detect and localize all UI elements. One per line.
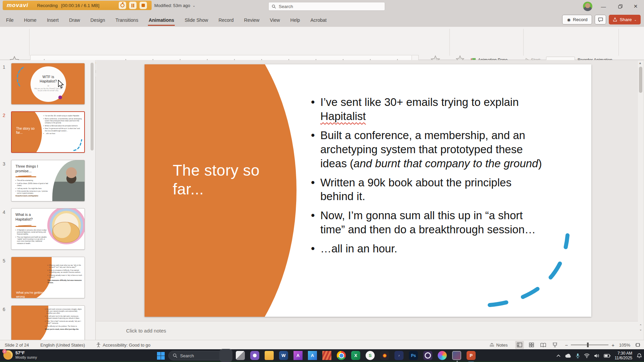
zoom-slider[interactable] (571, 345, 608, 345)
taskbar-app-camera-icon[interactable] (423, 351, 432, 360)
taskbar-app-frames-icon[interactable] (236, 351, 245, 360)
thumbnail-preview[interactable]: What you’re getting wrong•What we really… (11, 257, 85, 298)
taskbar-app-powerpoint-icon[interactable]: P (467, 351, 476, 360)
menu-tab-insert[interactable]: Insert (46, 14, 59, 26)
taskbar-app-food-icon[interactable] (221, 351, 230, 360)
bullet-item: •I’ve sent like 30+ emails trying to exp… (311, 95, 546, 123)
time: 7:30 AM (615, 351, 633, 356)
menu-tab-draw[interactable]: Draw (68, 14, 81, 26)
mouse-cursor (58, 80, 64, 89)
menu-tab-slide-show[interactable]: Slide Show (184, 14, 209, 26)
taskbar-app-excel-icon[interactable]: X (351, 351, 360, 360)
comments-button[interactable] (595, 15, 606, 24)
menu-tab-view[interactable]: View (269, 14, 280, 26)
thumbnail-preview[interactable]: Easeful work•Easeful work removes unnece… (11, 305, 85, 340)
orange-shape: What you’re getting wrong (11, 257, 52, 298)
zoom-level[interactable]: 105% (618, 343, 630, 348)
menu-tab-record[interactable]: Record (218, 14, 234, 26)
slide-thumbnail-1[interactable]: 1WTF is Hapitalist?OrWhy are you like th… (0, 63, 96, 105)
restore-button[interactable] (612, 0, 628, 13)
slide-sorter-icon (529, 343, 534, 347)
recording-timer-button[interactable] (119, 2, 126, 9)
account-avatar[interactable] (583, 2, 592, 11)
minimize-button[interactable]: — (596, 0, 611, 13)
battery-icon[interactable] (604, 354, 610, 358)
menu-tab-animations[interactable]: Animations (148, 14, 175, 26)
modified-status[interactable]: Modified: 53m ago ⌄ (154, 3, 195, 8)
thumbnail-scrollbar[interactable] (90, 60, 94, 340)
onedrive-icon[interactable] (565, 354, 572, 358)
slide-title[interactable]: The story so far... (173, 161, 260, 198)
taskbar-clock[interactable]: 7:30 AM 11/6/2025 (615, 351, 633, 360)
slide-thumbnail-5[interactable]: 5What you’re getting wrong•What we reall… (0, 257, 96, 298)
accessibility-status[interactable]: Accessibility: Good to go (96, 343, 150, 348)
reading-view-button[interactable] (539, 341, 547, 349)
notes-toggle-button[interactable]: Notes (489, 343, 508, 348)
scrollbar-thumb[interactable] (91, 63, 94, 150)
taskbar-app-affinity-designer-icon[interactable]: A (308, 351, 317, 360)
blue-dashed-arrow[interactable] (482, 225, 579, 311)
menu-tab-help[interactable]: Help (290, 14, 301, 26)
scroll-up-arrow[interactable]: ▲ (639, 61, 642, 65)
thumbnail-preview[interactable]: Three things I promise...•This will be e… (11, 160, 85, 201)
system-tray: 7:30 AM 11/6/2025 z (556, 349, 642, 362)
thumbnail-preview[interactable]: WTF is Hapitalist?OrWhy are you like thi… (11, 63, 85, 105)
slide-canvas[interactable]: The story so far... •I’ve sent like 30+ … (145, 64, 591, 317)
taskbar-app-word-icon[interactable]: W (279, 351, 288, 360)
record-button[interactable]: ◉ Record (562, 15, 592, 24)
notes-pane[interactable]: Click to add notes (96, 321, 638, 340)
slide-thumbnail-2[interactable]: 2The story so far...•I’ve sent like 30+ … (0, 111, 96, 153)
wifi-icon[interactable] (584, 354, 590, 358)
slide-thumbnail-4[interactable]: 4What is a Hapitalist?•A Hapitalist is s… (0, 208, 96, 250)
slide-sorter-view-button[interactable] (527, 341, 536, 349)
taskbar-app-video-icon[interactable] (250, 351, 259, 360)
taskbar-search-box[interactable]: Search (168, 351, 229, 360)
taskbar-app-audio-icon[interactable] (380, 351, 389, 360)
taskbar-app-green-s-icon[interactable]: S (366, 351, 375, 360)
taskbar-app-affinity-photo-icon[interactable]: A (293, 351, 303, 360)
notes-placeholder[interactable]: Click to add notes (126, 328, 166, 334)
main-scrollbar[interactable]: ▲ ⌃⌄ (638, 61, 643, 340)
taskbar-app-affinity-publisher-icon[interactable] (322, 351, 331, 360)
stop-icon (142, 4, 145, 7)
taskbar-app-chrome-icon[interactable] (337, 351, 346, 360)
volume-icon[interactable] (594, 354, 599, 358)
microphone-icon[interactable] (576, 353, 580, 358)
notification-bell-icon[interactable]: z (637, 353, 642, 359)
taskbar-app-pinwheel-icon[interactable] (438, 351, 447, 360)
language-status[interactable]: English (United States) (40, 343, 85, 348)
share-button[interactable]: Share ⌄ (609, 15, 641, 24)
svg-text:z: z (640, 353, 641, 355)
zoom-in-button[interactable]: + (611, 342, 614, 348)
thumbnail-preview[interactable]: The story so far...•I’ve sent like 30+ e… (11, 111, 85, 153)
search-icon (173, 353, 177, 358)
taskbar-app-photoshop-icon[interactable]: Ps (409, 351, 418, 360)
weather-widget[interactable]: 3 57°F Mostly sunny (3, 350, 37, 360)
menu-tab-transitions[interactable]: Transitions (115, 14, 139, 26)
thumbnail-preview[interactable]: What is a Hapitalist?•A Hapitalist is so… (11, 208, 85, 250)
slide-thumbnail-3[interactable]: 3Three things I promise...•This will be … (0, 160, 96, 201)
close-button[interactable]: ✕ (628, 0, 643, 13)
scrollbar-thumb[interactable] (639, 67, 642, 93)
recording-stop-button[interactable] (140, 2, 147, 9)
start-button[interactable] (157, 352, 165, 360)
normal-view-button[interactable] (515, 341, 524, 349)
menu-tab-design[interactable]: Design (90, 14, 106, 26)
previous-next-slide-buttons[interactable]: ⌃⌄ (638, 324, 643, 331)
taskbar-app-folder-icon[interactable] (265, 351, 274, 360)
slideshow-view-button[interactable] (550, 341, 559, 349)
taskbar-app-screen-recorder-icon[interactable] (452, 351, 461, 360)
zoom-slider-knob[interactable] (587, 343, 589, 347)
menu-tab-review[interactable]: Review (244, 14, 260, 26)
recording-pause-button[interactable] (129, 2, 137, 9)
fit-to-window-button[interactable] (633, 341, 642, 349)
search-input[interactable]: Search (268, 2, 385, 11)
search-icon (272, 4, 276, 9)
zoom-out-button[interactable]: − (565, 342, 568, 348)
menu-tab-file[interactable]: File (5, 14, 14, 26)
menu-tab-home[interactable]: Home (23, 14, 37, 26)
tray-overflow-chevron-icon[interactable] (556, 354, 560, 357)
menu-tab-acrobat[interactable]: Acrobat (310, 14, 327, 26)
slide-thumbnail-6[interactable]: 6Easeful work•Easeful work removes unnec… (0, 305, 96, 340)
taskbar-app-amazon-music-icon[interactable]: ♪ (394, 351, 404, 360)
